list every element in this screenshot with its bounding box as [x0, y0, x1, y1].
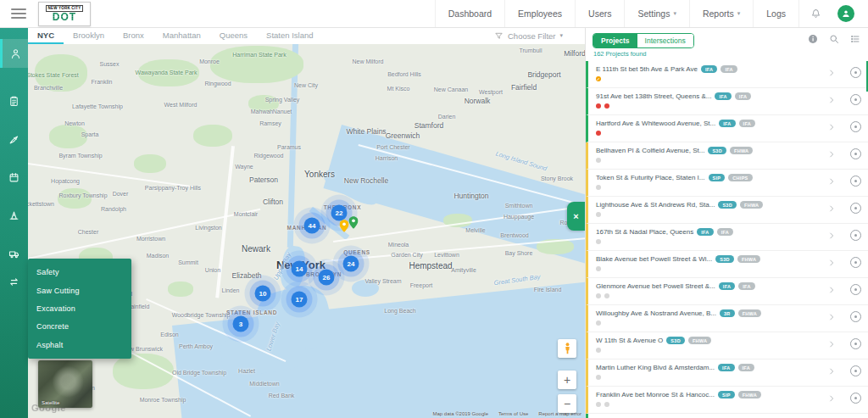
project-row[interactable]: W 11th St & Avenue OS3DFHWA — [586, 332, 868, 359]
tab-nyc[interactable]: NYC — [28, 27, 64, 44]
eye-icon[interactable] — [850, 393, 861, 404]
chevron-right-icon[interactable] — [827, 150, 836, 159]
eye-icon[interactable] — [850, 365, 861, 376]
list-view-icon[interactable] — [850, 34, 860, 44]
chevron-right-icon[interactable] — [827, 231, 836, 240]
zoom-out-button[interactable]: − — [558, 394, 576, 413]
project-row[interactable]: Franklin Ave bet Monroe St & Hancoc...SI… — [586, 387, 868, 414]
map-cluster-marker[interactable]: 14 — [292, 261, 308, 277]
nav-item-settings[interactable]: Settings▾ — [624, 0, 688, 27]
project-row[interactable]: Bellhaven Pl & Colfield Avenue, St...S3D… — [586, 142, 868, 170]
map-label: Edison — [160, 332, 178, 337]
notifications-button[interactable] — [798, 0, 832, 27]
eye-icon[interactable] — [850, 176, 861, 187]
project-row[interactable]: E 111th St bet 5th Ave & Park AveIFAIFA✓ — [586, 61, 868, 88]
satellite-layer-toggle[interactable]: Satellite — [38, 360, 92, 408]
chevron-right-icon[interactable] — [827, 69, 836, 77]
project-row[interactable]: Glenmore Avenue bet Powell Street &...IF… — [586, 278, 868, 305]
chevron-right-icon[interactable] — [827, 204, 836, 213]
map-cluster-marker[interactable]: 3 — [233, 316, 249, 332]
status-dots — [596, 402, 862, 407]
panel-header-icons — [808, 34, 860, 44]
sidebar-item-swap[interactable] — [0, 269, 28, 294]
project-badge: IFA — [718, 364, 734, 371]
project-row[interactable]: Willoughby Ave & Nostrand Avenue, B...3R… — [586, 305, 868, 332]
hamburger-menu-icon[interactable] — [11, 8, 26, 19]
pegman-streetview-control[interactable] — [558, 339, 576, 358]
sidebar-item-traffic-cone[interactable] — [0, 203, 28, 228]
nav-item-users[interactable]: Users — [575, 0, 624, 27]
chevron-right-icon[interactable] — [827, 394, 836, 403]
project-row[interactable]: Martin Luther King Blvd & Amsterdam...IF… — [586, 359, 868, 387]
chevron-right-icon[interactable] — [827, 313, 836, 321]
menu-item-concrete[interactable]: Concrete — [28, 322, 131, 331]
chevron-right-icon[interactable] — [827, 123, 836, 131]
sidebar-item-calendar[interactable] — [0, 164, 28, 190]
nav-item-dashboard[interactable]: Dashboard — [435, 0, 504, 27]
project-row[interactable]: Token St & Futurity Place, Staten I...SI… — [586, 170, 868, 197]
map-label: Madison — [147, 253, 169, 259]
map-pin-marker[interactable] — [349, 216, 359, 232]
eye-icon[interactable] — [850, 311, 861, 322]
chevron-right-icon[interactable] — [827, 259, 836, 267]
menu-item-excavation[interactable]: Excavation — [28, 304, 131, 313]
eye-icon[interactable] — [850, 338, 861, 349]
terms-of-use-link[interactable]: Terms of Use — [498, 411, 528, 416]
chevron-right-icon[interactable] — [827, 96, 836, 104]
map-label: New Canaan — [434, 86, 468, 92]
sidebar-item-rocket[interactable] — [0, 126, 28, 152]
choose-filter-dropdown[interactable]: Choose Filter ▾ — [494, 27, 585, 44]
eye-icon[interactable] — [850, 121, 861, 132]
map-cluster-marker[interactable]: 22 — [331, 205, 348, 221]
chevron-right-icon[interactable] — [827, 177, 836, 186]
menu-item-safety[interactable]: Safety — [28, 268, 131, 276]
map-cluster-marker[interactable]: 10 — [255, 286, 271, 302]
tab-manhattan[interactable]: Manhattan — [153, 27, 210, 44]
eye-icon[interactable] — [850, 67, 861, 78]
chevron-right-icon[interactable] — [827, 367, 836, 376]
map-pin-marker[interactable] — [340, 220, 349, 236]
tab-queens[interactable]: Queens — [210, 27, 257, 44]
zoom-in-button[interactable]: + — [558, 371, 576, 389]
tab-bronx[interactable]: Bronx — [114, 27, 153, 44]
tab-brooklyn[interactable]: Brooklyn — [64, 27, 114, 44]
chevron-right-icon[interactable] — [827, 340, 836, 348]
project-row[interactable]: Hartford Ave & Whitewood Avenue, St...IF… — [586, 115, 868, 142]
map-cluster-marker[interactable]: 24 — [343, 256, 359, 272]
map-label: Mineola — [388, 242, 409, 248]
map-cluster-marker[interactable]: 26 — [319, 270, 335, 286]
eye-icon[interactable] — [850, 94, 861, 105]
project-badge: IFA — [715, 92, 731, 100]
user-avatar[interactable] — [837, 5, 854, 22]
tab-intersections[interactable]: Intersections — [637, 34, 693, 47]
map-cluster-marker[interactable]: 44 — [304, 218, 320, 234]
nav-item-reports[interactable]: Reports▾ — [689, 0, 753, 27]
park-blob — [168, 281, 193, 297]
chevron-right-icon[interactable] — [827, 286, 836, 294]
map-cluster-marker[interactable]: 17 — [292, 292, 308, 308]
search-icon[interactable] — [829, 34, 839, 44]
eye-icon[interactable] — [850, 203, 861, 214]
project-row[interactable]: 91st Ave bet 138th Street, Queens &...IF… — [586, 88, 868, 115]
eye-icon[interactable] — [850, 284, 861, 295]
project-row[interactable]: 167th St & Nadal Place, QueensIFAIFA — [586, 224, 868, 251]
panel-collapse-button[interactable]: × — [567, 202, 585, 231]
menu-item-asphalt[interactable]: Asphalt — [28, 341, 131, 349]
eye-icon[interactable] — [850, 257, 861, 268]
menu-item-saw-cutting[interactable]: Saw Cutting — [28, 287, 131, 295]
tab-staten-island[interactable]: Staten Island — [257, 27, 322, 44]
eye-icon[interactable] — [850, 230, 861, 241]
nav-item-logs[interactable]: Logs — [753, 0, 798, 27]
project-row[interactable]: Blake Avenue bet Powell Street & Wi...S3… — [586, 251, 868, 278]
eye-icon[interactable] — [850, 148, 861, 159]
tab-projects[interactable]: Projects — [593, 34, 637, 47]
map-label: Franklin — [92, 79, 113, 85]
map-canvas[interactable]: New YorkYonkersNewarkHempsteadPatersonCl… — [28, 44, 585, 418]
info-icon[interactable] — [808, 34, 818, 44]
sidebar-item-person-pin[interactable] — [0, 39, 28, 68]
nav-item-employees[interactable]: Employees — [504, 0, 575, 27]
project-row[interactable]: SIPFHWA — [586, 414, 868, 418]
sidebar-item-clipboard[interactable] — [0, 88, 28, 114]
project-row[interactable]: Lighthouse Ave & St Andrews Rd, Sta...S3… — [586, 197, 868, 224]
sidebar-item-truck[interactable] — [0, 241, 28, 266]
